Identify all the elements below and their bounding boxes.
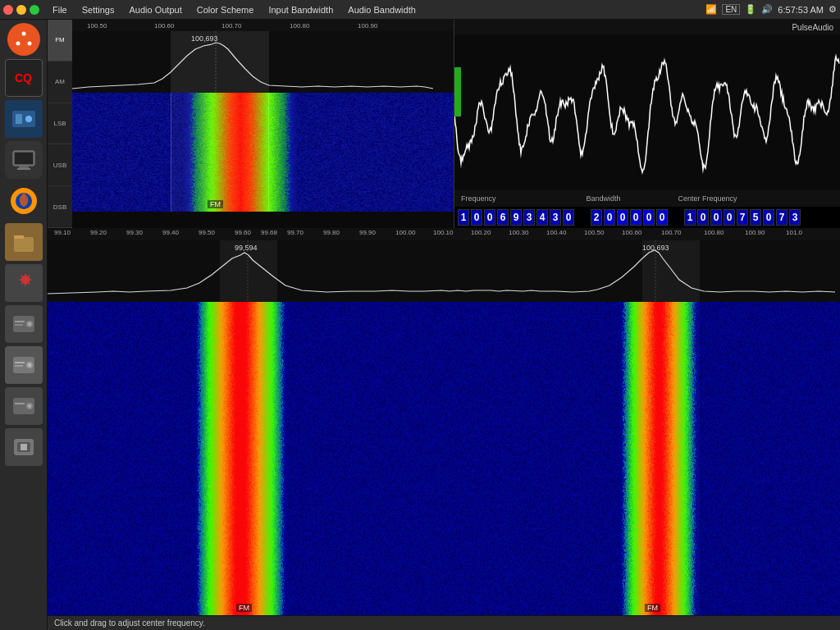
- cf-digit-2[interactable]: 0: [697, 209, 709, 226]
- waveform-svg: 100,693: [72, 31, 454, 93]
- freq-digit-9[interactable]: 0: [563, 209, 574, 226]
- bottom-freq-label2: 100,693: [642, 244, 669, 252]
- freq-digit-5[interactable]: 9: [510, 209, 522, 226]
- window-controls[interactable]: [3, 5, 39, 15]
- wifi-icon: 📶: [705, 4, 717, 15]
- sidebar-icon-hdd2[interactable]: [5, 346, 43, 384]
- system-settings-icon[interactable]: ⚙: [829, 4, 837, 15]
- freq-digit-6[interactable]: 3: [523, 209, 535, 226]
- cf-digit-6[interactable]: 5: [750, 209, 761, 226]
- freq-digit-8[interactable]: 3: [550, 209, 561, 226]
- cf-digit-8[interactable]: 7: [776, 209, 788, 226]
- svg-rect-5: [16, 114, 22, 124]
- bottom-freq-scale: 99.10 99.20 99.30 99.40 99.50 99.60 99.6…: [48, 229, 840, 240]
- bw-digit-1[interactable]: 2: [591, 209, 602, 226]
- top-freq-scale: 100.50 100.60 100.70 100.80 100.90: [72, 20, 454, 31]
- freq-digit-7[interactable]: 4: [536, 209, 548, 226]
- menu-audio-output[interactable]: Audio Output: [122, 3, 188, 16]
- svg-rect-19: [15, 324, 23, 326]
- audio-waveform[interactable]: [454, 34, 840, 190]
- sidebar: CQ: [0, 20, 48, 630]
- sidebar-icon-usb[interactable]: [5, 428, 43, 466]
- cf-digit-4[interactable]: 0: [724, 209, 735, 226]
- cf-digit-9[interactable]: 3: [789, 209, 801, 226]
- bottom-waveform[interactable]: 99,594 100,693: [48, 240, 840, 302]
- cf-digit-3[interactable]: 0: [710, 209, 722, 226]
- bw-digit-6[interactable]: 0: [656, 209, 668, 226]
- freq-digit-2[interactable]: 0: [471, 209, 482, 226]
- freq-digit-1[interactable]: 1: [458, 209, 469, 226]
- mode-dsb[interactable]: DSB: [48, 186, 72, 228]
- svg-rect-9: [17, 168, 30, 170]
- bottom-freq-label1: 99,594: [235, 244, 258, 252]
- sidebar-icon-hdd1[interactable]: [5, 305, 43, 343]
- keyboard-layout: EN: [722, 4, 740, 15]
- menu-audio-bandwidth[interactable]: Audio Bandwidth: [341, 3, 422, 16]
- freq-digit-4[interactable]: 6: [497, 209, 509, 226]
- svg-rect-31: [21, 444, 27, 450]
- menu-bar: File Settings Audio Output Color Scheme …: [46, 3, 705, 16]
- left-spectrum-panel: FM AM LSB USB DSB 100.50 100.60 100.70 1…: [48, 20, 454, 228]
- center-freq-digits[interactable]: 1 0 0 0 7 5 0 7 3: [684, 209, 801, 226]
- status-bar: Click and drag to adjust center frequenc…: [48, 615, 840, 630]
- top-spectrum-waveform[interactable]: 100,693: [72, 31, 454, 93]
- top-waterfall[interactable]: FM: [72, 93, 454, 212]
- svg-rect-14: [14, 235, 24, 239]
- sidebar-icon-cq[interactable]: CQ: [5, 59, 43, 97]
- svg-point-6: [25, 116, 32, 122]
- svg-point-27: [28, 404, 31, 408]
- cf-digit-7[interactable]: 0: [763, 209, 774, 226]
- bottom-waterfall[interactable]: FM FM: [48, 302, 840, 615]
- mode-lsb[interactable]: LSB: [48, 103, 72, 145]
- mode-usb[interactable]: USB: [48, 144, 72, 186]
- svg-rect-28: [15, 403, 25, 404]
- bottom-section: 99.10 99.20 99.30 99.40 99.50 99.60 99.6…: [48, 229, 840, 630]
- status-text: Click and drag to adjust center frequenc…: [54, 619, 205, 628]
- svg-rect-8: [19, 166, 29, 168]
- cf-digit-5[interactable]: 7: [737, 209, 748, 226]
- bandwidth-digits[interactable]: 2 0 0 0 0 0: [591, 209, 668, 226]
- clock: 6:57:53 AM: [778, 5, 824, 15]
- freq-center-label: 100,693: [191, 34, 218, 43]
- sidebar-icon-monitor[interactable]: [5, 141, 43, 179]
- sidebar-icon-firefox[interactable]: [5, 182, 43, 220]
- sidebar-icon-settings[interactable]: [5, 264, 43, 302]
- sidebar-icon-ubuntu[interactable]: [7, 23, 40, 56]
- sidebar-icon-hdd3[interactable]: [5, 387, 43, 425]
- center-freq-label: Center Frequency: [678, 194, 737, 203]
- menu-file[interactable]: File: [46, 3, 74, 16]
- main-container: CQ: [0, 20, 840, 630]
- bw-digit-5[interactable]: 0: [643, 209, 655, 226]
- minimize-button[interactable]: [16, 5, 26, 15]
- bw-digit-3[interactable]: 0: [617, 209, 628, 226]
- freq-digit-3[interactable]: 0: [484, 209, 495, 226]
- bw-digit-2[interactable]: 0: [604, 209, 615, 226]
- frequency-digits[interactable]: 1 0 0 6 9 3 4 3 0: [458, 209, 574, 226]
- svg-point-17: [28, 322, 31, 326]
- freq-input-bar[interactable]: 1 0 0 6 9 3 4 3 0 2 0 0: [454, 207, 840, 228]
- mode-fm[interactable]: FM: [48, 20, 72, 62]
- svg-point-3: [16, 42, 20, 46]
- top-section: FM AM LSB USB DSB 100.50 100.60 100.70 1…: [48, 20, 840, 229]
- maximize-button[interactable]: [30, 5, 39, 15]
- freq-info-bar: Frequency Bandwidth Center Frequency: [454, 190, 840, 207]
- topbar: File Settings Audio Output Color Scheme …: [0, 0, 840, 20]
- spectrum-area-top[interactable]: 100.50 100.60 100.70 100.80 100.90: [72, 20, 454, 228]
- mode-am[interactable]: AM: [48, 62, 72, 103]
- sidebar-icon-sdr[interactable]: [5, 100, 43, 138]
- close-button[interactable]: [3, 5, 13, 15]
- bw-digit-4[interactable]: 0: [630, 209, 641, 226]
- svg-rect-18: [15, 321, 25, 322]
- sidebar-icon-files[interactable]: [5, 223, 43, 261]
- menu-input-bandwidth[interactable]: Input Bandwidth: [262, 3, 340, 16]
- bottom-waveform-svg: 99,594 100,693: [48, 240, 840, 302]
- right-audio-panel: PulseAudio Frequency Bandwidth Center Fr…: [454, 20, 840, 228]
- bandwidth-label: Bandwidth: [587, 194, 621, 203]
- cf-digit-1[interactable]: 1: [684, 209, 696, 226]
- menu-settings[interactable]: Settings: [75, 3, 121, 16]
- svg-rect-23: [15, 362, 25, 363]
- volume-icon: 🔊: [761, 4, 773, 15]
- mode-buttons: FM AM LSB USB DSB: [48, 20, 72, 228]
- svg-rect-10: [15, 153, 33, 164]
- menu-color-scheme[interactable]: Color Scheme: [190, 3, 261, 16]
